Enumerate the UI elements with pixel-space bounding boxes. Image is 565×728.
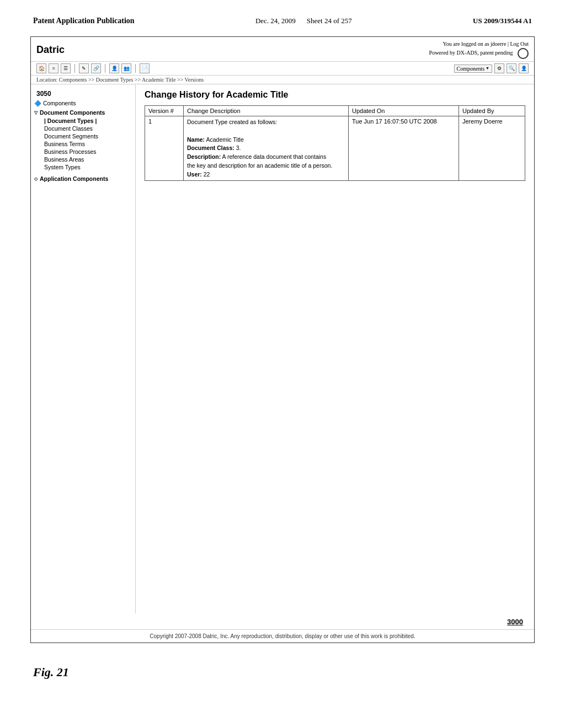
person2-icon[interactable]: 👥 xyxy=(121,63,131,73)
footer-copyright: Copyright 2007-2008 Datric, Inc. Any rep… xyxy=(31,629,534,643)
fig-label: Fig. 21 xyxy=(0,660,565,690)
footer-page-num-row: 3000 xyxy=(31,613,534,629)
extra-icon-1[interactable]: ⚙ xyxy=(494,63,504,73)
sidebar-app-components-group[interactable]: ◇ Application Components xyxy=(31,174,135,183)
breadcrumb: Location: Components >> Document Types >… xyxy=(31,76,534,84)
sidebar-app-components-label: Application Components xyxy=(40,175,108,182)
triangle-right-icon: ◇ xyxy=(34,176,38,181)
sidebar-components-header[interactable]: 🔷 Components xyxy=(31,99,135,108)
table-cell-updated-on: Tue Jun 17 16:07:50 UTC 2008 xyxy=(349,116,459,181)
sidebar-item-doc-segments[interactable]: Document Segments xyxy=(31,132,135,140)
chevron-down-icon: ▼ xyxy=(486,66,489,71)
user-avatar-icon xyxy=(518,48,529,59)
sidebar-business-processes-label: Business Processes xyxy=(44,148,97,155)
person-icon[interactable]: 👤 xyxy=(109,63,119,73)
content-area: 3050 🔷 Components ▽ Document Components … xyxy=(31,84,534,613)
table-cell-description: Document Type created as follows: Name: … xyxy=(184,116,349,181)
sidebar-business-terms-label: Business Terms xyxy=(44,141,85,147)
separator-1 xyxy=(74,64,75,73)
date-sheet: Dec. 24, 2009 Sheet 24 of 257 xyxy=(255,17,352,25)
sidebar-doc-components-label: Document Components xyxy=(40,109,105,116)
doc-icon[interactable]: 📄 xyxy=(140,63,150,73)
sidebar-label-num: 3050 xyxy=(31,88,135,99)
link-icon[interactable]: 🔗 xyxy=(91,63,101,73)
col-header-updated-on: Updated On xyxy=(349,106,459,116)
sidebar-item-business-terms[interactable]: Business Terms xyxy=(31,140,135,148)
top-bar-left: Datric xyxy=(36,44,65,56)
user-info: You are logged on as jdoerre | Log Out P… xyxy=(429,40,529,59)
sidebar-item-doc-types[interactable]: | Document Types | xyxy=(31,117,135,125)
sidebar-item-doc-classes[interactable]: Document Classes xyxy=(31,125,135,132)
change-history-table: Version # Change Description Updated On … xyxy=(145,105,525,181)
sidebar-doc-types-label: | Document Types | xyxy=(44,117,97,124)
page-header: Patent Application Publication Dec. 24, … xyxy=(0,0,565,31)
main-title: Change History for Academic Title xyxy=(145,90,525,100)
table-row: 1 Document Type created as follows: Name… xyxy=(145,116,525,181)
col-header-description: Change Description xyxy=(184,106,349,116)
publication-label: Patent Application Publication xyxy=(33,17,135,25)
table-cell-version: 1 xyxy=(145,116,184,181)
sidebar: 3050 🔷 Components ▽ Document Components … xyxy=(31,84,136,613)
footer-page-number: 3000 xyxy=(502,615,529,627)
toolbar: 🏠 ≡ ☰ ✎ 🔗 👤 👥 📄 Components ▼ ⚙ 🔍 👤 xyxy=(31,62,534,76)
user-info-line2: Powered by DX-ADS, patent pending xyxy=(429,50,513,56)
separator-3 xyxy=(135,64,136,73)
nav-icon[interactable]: ≡ xyxy=(49,63,58,73)
sidebar-item-system-types[interactable]: System Types xyxy=(31,163,135,171)
table-cell-updated-by: Jeremy Doerre xyxy=(459,116,525,181)
pub-date: Dec. 24, 2009 xyxy=(255,17,296,25)
extra-icon-3[interactable]: 👤 xyxy=(519,63,529,73)
user-info-line1: You are logged on as jdoerre | Log Out xyxy=(443,41,529,47)
components-label: Components xyxy=(43,100,76,106)
sidebar-doc-classes-label: Document Classes xyxy=(44,125,93,132)
list-icon[interactable]: ☰ xyxy=(61,63,71,73)
sidebar-item-business-processes[interactable]: Business Processes xyxy=(31,148,135,156)
app-logo: Datric xyxy=(36,44,65,56)
main-panel: Change History for Academic Title Versio… xyxy=(136,84,534,613)
components-dropdown[interactable]: Components ▼ xyxy=(454,65,493,73)
col-header-version: Version # xyxy=(145,106,184,116)
patent-number: US 2009/319544 A1 xyxy=(473,17,532,25)
main-box: Datric You are logged on as jdoerre | Lo… xyxy=(30,36,535,643)
description-text: Document Type created as follows: Name: … xyxy=(187,118,345,179)
top-bar: Datric You are logged on as jdoerre | Lo… xyxy=(31,37,534,62)
sidebar-system-types-label: System Types xyxy=(44,164,81,170)
edit-icon[interactable]: ✎ xyxy=(79,63,89,73)
col-header-updated-by: Updated By xyxy=(459,106,525,116)
sidebar-business-areas-label: Business Areas xyxy=(44,156,84,163)
separator-2 xyxy=(105,64,105,73)
triangle-down-icon: ▽ xyxy=(34,110,38,115)
extra-icon-2[interactable]: 🔍 xyxy=(507,63,516,73)
sheet-info: Sheet 24 of 257 xyxy=(307,17,352,25)
sidebar-doc-components-group[interactable]: ▽ Document Components xyxy=(31,108,135,117)
sidebar-item-business-areas[interactable]: Business Areas xyxy=(31,156,135,163)
sidebar-components-label: 🔷 xyxy=(34,100,43,106)
components-dropdown-label: Components xyxy=(457,66,485,72)
sidebar-doc-segments-label: Document Segments xyxy=(44,133,98,140)
home-icon[interactable]: 🏠 xyxy=(36,63,46,73)
